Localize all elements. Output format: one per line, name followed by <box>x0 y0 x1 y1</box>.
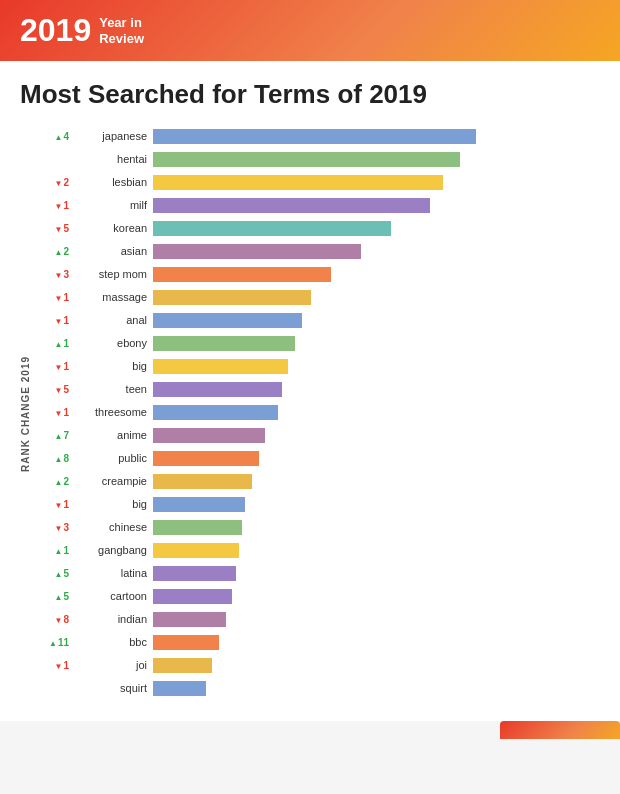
term-label: bbc <box>73 636 153 648</box>
chart-row: 1gangbang <box>35 540 600 560</box>
term-label: chinese <box>73 521 153 533</box>
rank-change: 5 <box>35 384 73 395</box>
term-label: threesome <box>73 406 153 418</box>
term-label: anal <box>73 314 153 326</box>
bar <box>153 221 391 236</box>
bar <box>153 428 265 443</box>
arrow-down-icon <box>55 177 63 188</box>
rank-change: 2 <box>35 177 73 188</box>
rank-change: 5 <box>35 568 73 579</box>
term-label: asian <box>73 245 153 257</box>
rank-change: 8 <box>35 614 73 625</box>
term-label: ebony <box>73 337 153 349</box>
rank-change: 1 <box>35 315 73 326</box>
bar <box>153 520 242 535</box>
rank-change: 2 <box>35 246 73 257</box>
bar-area <box>153 129 600 144</box>
arrow-up-icon <box>55 545 63 556</box>
bar <box>153 267 331 282</box>
bar-area <box>153 589 600 604</box>
rank-change: 1 <box>35 292 73 303</box>
chart-row: hentai <box>35 149 600 169</box>
bar-area <box>153 267 600 282</box>
chart-row: 5teen <box>35 379 600 399</box>
rank-axis-label: RANK CHANGE 2019 <box>20 354 31 474</box>
rank-change: 2 <box>35 476 73 487</box>
chart-row: 5latina <box>35 563 600 583</box>
chart-row: 3step mom <box>35 264 600 284</box>
rank-change: 1 <box>35 338 73 349</box>
chart-row: 1massage <box>35 287 600 307</box>
bar-area <box>153 359 600 374</box>
chart-row: 11bbc <box>35 632 600 652</box>
term-label: massage <box>73 291 153 303</box>
bar-area <box>153 474 600 489</box>
bar-area <box>153 405 600 420</box>
bar-area <box>153 428 600 443</box>
rank-change: 1 <box>35 200 73 211</box>
page-title: Most Searched for Terms of 2019 <box>20 79 600 110</box>
chart-row: 1anal <box>35 310 600 330</box>
bar <box>153 290 311 305</box>
chart-row: squirt <box>35 678 600 698</box>
term-label: latina <box>73 567 153 579</box>
term-label: korean <box>73 222 153 234</box>
arrow-up-icon <box>55 476 63 487</box>
term-label: indian <box>73 613 153 625</box>
footer-decoration <box>500 721 620 739</box>
chart-row: 2lesbian <box>35 172 600 192</box>
rank-change: 1 <box>35 499 73 510</box>
bar <box>153 359 288 374</box>
chart-row: 4japanese <box>35 126 600 146</box>
arrow-down-icon <box>55 660 63 671</box>
rank-change: 1 <box>35 545 73 556</box>
arrow-down-icon <box>55 269 63 280</box>
arrow-up-icon <box>55 591 63 602</box>
arrow-up-icon <box>55 246 63 257</box>
rank-change: 7 <box>35 430 73 441</box>
bar <box>153 313 302 328</box>
term-label: milf <box>73 199 153 211</box>
bar-area <box>153 681 600 696</box>
term-label: gangbang <box>73 544 153 556</box>
term-label: squirt <box>73 682 153 694</box>
term-label: creampie <box>73 475 153 487</box>
bar <box>153 543 239 558</box>
bar-area <box>153 566 600 581</box>
bar <box>153 589 232 604</box>
chart-row: 1threesome <box>35 402 600 422</box>
bar <box>153 129 476 144</box>
bar-area <box>153 290 600 305</box>
header-subtitle: Year in Review <box>99 15 144 46</box>
bar <box>153 566 236 581</box>
chart-row: 5cartoon <box>35 586 600 606</box>
bar <box>153 658 212 673</box>
header: 2019 Year in Review <box>0 0 620 61</box>
chart-container: RANK CHANGE 2019 4japanesehentai2lesbian… <box>20 126 600 701</box>
rank-change: 11 <box>35 637 73 648</box>
term-label: big <box>73 498 153 510</box>
bar-area <box>153 313 600 328</box>
chart-row: 1ebony <box>35 333 600 353</box>
arrow-down-icon <box>55 499 63 510</box>
bar <box>153 405 278 420</box>
arrow-down-icon <box>55 614 63 625</box>
bar-area <box>153 152 600 167</box>
rank-change: 4 <box>35 131 73 142</box>
term-label: hentai <box>73 153 153 165</box>
rank-change: 5 <box>35 223 73 234</box>
arrow-down-icon <box>55 361 63 372</box>
bar <box>153 175 443 190</box>
bar-area <box>153 382 600 397</box>
rank-change: 8 <box>35 453 73 464</box>
bar <box>153 612 226 627</box>
chart-row: 7anime <box>35 425 600 445</box>
bar-area <box>153 221 600 236</box>
arrow-up-icon <box>55 453 63 464</box>
rank-change: 5 <box>35 591 73 602</box>
bar <box>153 244 361 259</box>
bar <box>153 451 259 466</box>
arrow-down-icon <box>55 522 63 533</box>
bar-area <box>153 198 600 213</box>
chart-row: 2creampie <box>35 471 600 491</box>
